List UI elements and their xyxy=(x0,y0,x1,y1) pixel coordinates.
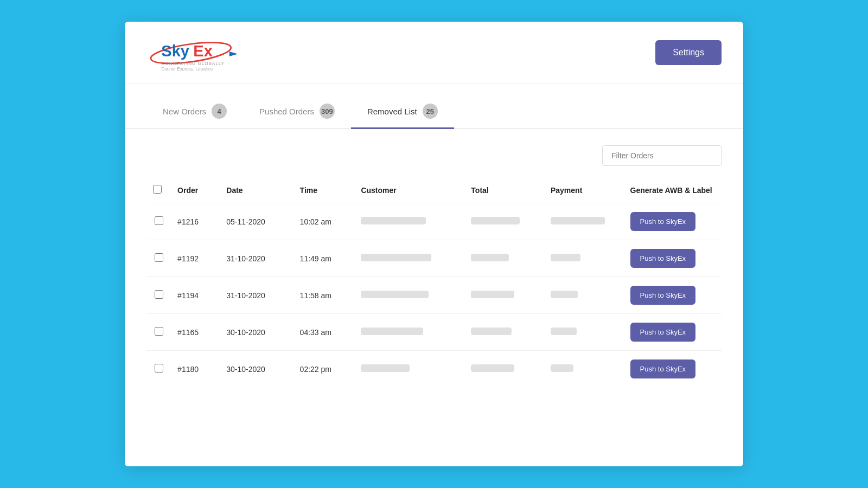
tab-new-orders-badge: 4 xyxy=(212,104,227,119)
table-row: #1192 31-10-2020 11:49 am Push to SkyEx xyxy=(146,240,722,277)
row-checkbox[interactable] xyxy=(155,290,163,299)
row-total xyxy=(464,277,544,314)
row-checkbox[interactable] xyxy=(155,327,163,336)
row-total-blurred xyxy=(471,328,512,335)
tab-removed-list[interactable]: Removed List 25 xyxy=(351,95,454,129)
row-checkbox-cell xyxy=(146,240,171,277)
row-order: #1216 xyxy=(171,203,220,240)
app-window: Sky Ex CONNECTING GLOBALLY Courier Expre… xyxy=(125,22,743,466)
row-date: 30-10-2020 xyxy=(220,351,293,388)
tab-pushed-orders[interactable]: Pushed Orders 309 xyxy=(243,95,351,129)
row-total-blurred xyxy=(471,217,520,224)
row-customer-blurred xyxy=(361,254,431,261)
row-customer-blurred xyxy=(361,217,426,224)
toolbar xyxy=(146,145,722,166)
orders-table: Order Date Time Customer Total Payment G… xyxy=(146,177,722,387)
push-to-skyex-button[interactable]: Push to SkyEx xyxy=(630,323,696,342)
row-action: Push to SkyEx xyxy=(624,314,722,351)
row-payment-blurred xyxy=(551,364,573,372)
table-row: #1194 31-10-2020 11:58 am Push to SkyEx xyxy=(146,277,722,314)
filter-orders-input[interactable] xyxy=(602,145,722,166)
row-checkbox-cell xyxy=(146,351,171,388)
tab-pushed-orders-label: Pushed Orders xyxy=(259,107,314,116)
tab-removed-list-label: Removed List xyxy=(367,107,417,116)
row-customer xyxy=(354,277,464,314)
header: Sky Ex CONNECTING GLOBALLY Courier Expre… xyxy=(125,22,743,84)
row-checkbox-cell xyxy=(146,314,171,351)
col-header-customer: Customer xyxy=(354,177,464,203)
col-header-payment: Payment xyxy=(544,177,624,203)
row-date: 30-10-2020 xyxy=(220,314,293,351)
row-payment xyxy=(544,314,624,351)
row-payment-blurred xyxy=(551,291,578,298)
row-payment xyxy=(544,240,624,277)
row-action: Push to SkyEx xyxy=(624,240,722,277)
table-row: #1180 30-10-2020 02:22 pm Push to SkyEx xyxy=(146,351,722,388)
row-action: Push to SkyEx xyxy=(624,277,722,314)
row-total-blurred xyxy=(471,291,514,298)
svg-text:CONNECTING GLOBALLY: CONNECTING GLOBALLY xyxy=(161,61,225,66)
tab-new-orders-label: New Orders xyxy=(163,107,206,116)
row-action: Push to SkyEx xyxy=(624,203,722,240)
row-customer-blurred xyxy=(361,364,410,372)
row-customer xyxy=(354,314,464,351)
row-order: #1165 xyxy=(171,314,220,351)
table-header-row: Order Date Time Customer Total Payment G… xyxy=(146,177,722,203)
row-total xyxy=(464,203,544,240)
row-order: #1192 xyxy=(171,240,220,277)
row-checkbox[interactable] xyxy=(155,364,163,373)
tab-removed-list-badge: 25 xyxy=(423,104,438,119)
row-total xyxy=(464,240,544,277)
row-order: #1194 xyxy=(171,277,220,314)
row-time: 02:22 pm xyxy=(293,351,355,388)
row-total xyxy=(464,351,544,388)
row-checkbox[interactable] xyxy=(155,216,163,225)
row-time: 11:49 am xyxy=(293,240,355,277)
svg-text:Sky: Sky xyxy=(161,42,190,60)
push-to-skyex-button[interactable]: Push to SkyEx xyxy=(630,212,696,231)
row-payment-blurred xyxy=(551,217,605,224)
col-header-date: Date xyxy=(220,177,293,203)
main-content: Order Date Time Customer Total Payment G… xyxy=(125,129,743,466)
row-total-blurred xyxy=(471,254,509,261)
tabs: New Orders 4 Pushed Orders 309 Removed L… xyxy=(125,95,743,129)
col-header-time: Time xyxy=(293,177,355,203)
push-to-skyex-button[interactable]: Push to SkyEx xyxy=(630,249,696,268)
svg-text:Ex: Ex xyxy=(193,42,213,60)
row-payment xyxy=(544,351,624,388)
logo: Sky Ex CONNECTING GLOBALLY Courier Expre… xyxy=(146,33,255,73)
tab-pushed-orders-badge: 309 xyxy=(320,104,335,119)
row-checkbox-cell xyxy=(146,277,171,314)
row-time: 10:02 am xyxy=(293,203,355,240)
row-customer xyxy=(354,203,464,240)
row-order: #1180 xyxy=(171,351,220,388)
row-customer xyxy=(354,240,464,277)
row-date: 31-10-2020 xyxy=(220,277,293,314)
row-payment xyxy=(544,203,624,240)
col-header-total: Total xyxy=(464,177,544,203)
row-total xyxy=(464,314,544,351)
row-payment-blurred xyxy=(551,254,580,261)
svg-marker-1 xyxy=(229,52,238,56)
row-checkbox-cell xyxy=(146,203,171,240)
col-header-order: Order xyxy=(171,177,220,203)
table-row: #1216 05-11-2020 10:02 am Push to SkyEx xyxy=(146,203,722,240)
tab-new-orders[interactable]: New Orders 4 xyxy=(146,95,243,129)
row-checkbox[interactable] xyxy=(155,253,163,262)
row-payment xyxy=(544,277,624,314)
row-date: 05-11-2020 xyxy=(220,203,293,240)
row-total-blurred xyxy=(471,364,514,372)
table-row: #1165 30-10-2020 04:33 am Push to SkyEx xyxy=(146,314,722,351)
settings-button[interactable]: Settings xyxy=(655,40,722,65)
push-to-skyex-button[interactable]: Push to SkyEx xyxy=(630,286,696,305)
select-all-checkbox[interactable] xyxy=(153,185,162,194)
row-customer-blurred xyxy=(361,291,429,298)
header-checkbox-cell xyxy=(146,177,171,203)
svg-text:Courier Express, Logistics: Courier Express, Logistics xyxy=(161,67,213,70)
row-action: Push to SkyEx xyxy=(624,351,722,388)
row-customer xyxy=(354,351,464,388)
row-customer-blurred xyxy=(361,328,423,335)
row-payment-blurred xyxy=(551,328,577,335)
push-to-skyex-button[interactable]: Push to SkyEx xyxy=(630,359,696,378)
row-time: 11:58 am xyxy=(293,277,355,314)
